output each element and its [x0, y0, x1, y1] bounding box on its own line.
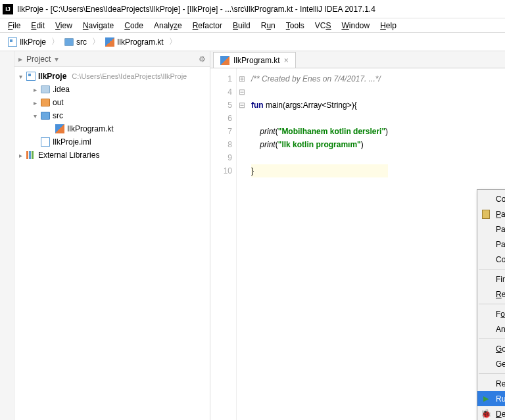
dropdown-icon[interactable]: ▾: [55, 55, 59, 64]
tree-idea[interactable]: ▸ .idea: [14, 83, 210, 96]
ctx-paste-history[interactable]: Paste from History... Ctrl+Shift+V: [477, 222, 505, 237]
editor-area: IlkProgram.kt × 1 4 5 6 7 8 9 10 ⊞ ⊟ ⊟: [210, 51, 505, 420]
breadcrumb-project[interactable]: IlkProje: [4, 36, 50, 48]
menu-tools[interactable]: Tools: [281, 20, 310, 32]
project-tool-title: Project: [26, 55, 51, 64]
tree-label: IlkProgram.kt: [67, 124, 114, 133]
breadcrumb-separator: 〉: [169, 36, 177, 47]
project-sidebar: ▸ Project ▾ ⚙ ▾ IlkProje C:\Users\Enes\I…: [0, 51, 210, 420]
menu-separator: [479, 373, 505, 374]
ctx-column-mode[interactable]: Column Selection Mode Alt+Shift+Insert: [477, 252, 505, 267]
close-icon[interactable]: ×: [284, 56, 289, 65]
tree-out[interactable]: ▸ out: [14, 96, 210, 109]
tree-label: External Libraries: [38, 151, 99, 160]
breadcrumb-label: src: [76, 37, 87, 47]
ctx-analyze[interactable]: Analyze ▶: [477, 321, 505, 337]
app-icon: IJ: [3, 4, 13, 14]
window-titlebar: IJ IlkProje - [C:\Users\Enes\IdeaProject…: [0, 0, 505, 18]
module-icon: [26, 72, 36, 81]
ctx-paste-simple[interactable]: Paste Simple Ctrl+Alt+Shift+V: [477, 237, 505, 252]
menu-run[interactable]: Run: [256, 20, 281, 32]
breadcrumb-separator: 〉: [51, 36, 59, 47]
breadcrumb-label: IlkProje: [20, 37, 46, 47]
project-tree: ▾ IlkProje C:\Users\Enes\IdeaProjects\Il…: [14, 67, 210, 164]
expand-icon[interactable]: ▾: [32, 112, 38, 120]
menu-vcs[interactable]: VCS: [310, 20, 337, 32]
menu-refactor[interactable]: Refactor: [187, 20, 228, 32]
folder-icon: [64, 38, 74, 46]
menu-build[interactable]: Build: [228, 20, 256, 32]
ctx-goto[interactable]: Go To ▶: [477, 341, 505, 356]
tree-root[interactable]: ▾ IlkProje C:\Users\Enes\IdeaProjects\Il…: [14, 70, 210, 83]
line-gutter: 1 4 5 6 7 8 9 10: [210, 68, 237, 420]
fold-gutter: ⊞ ⊟ ⊟: [237, 68, 247, 420]
ctx-copy-reference[interactable]: Copy Reference Ctrl+Alt+Shift+C: [477, 191, 505, 206]
breadcrumbs-bar: IlkProje 〉 src 〉 IlkProgram.kt 〉: [0, 33, 505, 51]
main-area: ▸ Project ▾ ⚙ ▾ IlkProje C:\Users\Enes\I…: [0, 51, 505, 420]
tree-label: IlkProje.iml: [53, 137, 91, 147]
breadcrumb-file[interactable]: IlkProgram.kt: [101, 36, 168, 48]
gear-icon[interactable]: ⚙: [199, 55, 206, 64]
tree-file-kt[interactable]: IlkProgram.kt: [14, 122, 210, 135]
kotlin-file-icon: [220, 56, 229, 65]
expand-icon[interactable]: ▾: [17, 73, 24, 80]
menu-separator: [479, 304, 505, 304]
tree-label: out: [53, 98, 64, 107]
ctx-debug[interactable]: 🐞 Debug 'IlkProgramKt': [477, 406, 505, 420]
breadcrumb-label: IlkProgram.kt: [117, 37, 164, 47]
ctx-recompile[interactable]: Recompile 'IlkProgram.kt' Ctrl+Shift+F9: [477, 376, 505, 391]
window-title: IlkProje - [C:\Users\Enes\IdeaProjects\I…: [17, 5, 375, 14]
folder-icon: [41, 85, 50, 93]
menu-view[interactable]: View: [50, 20, 78, 32]
run-icon: ▶: [481, 394, 491, 404]
ctx-refactor[interactable]: Refactor ▶: [477, 287, 505, 302]
ctx-folding[interactable]: Folding ▶: [477, 306, 505, 321]
tree-external-libs[interactable]: ▸ External Libraries: [14, 149, 210, 162]
menu-analyze[interactable]: Analyze: [149, 20, 187, 32]
library-icon: [26, 151, 36, 160]
tree-file-iml[interactable]: IlkProje.iml: [14, 135, 210, 149]
menu-file[interactable]: File: [3, 20, 26, 32]
editor-tab-label: IlkProgram.kt: [233, 56, 280, 65]
tree-src[interactable]: ▾ src: [14, 109, 210, 122]
ctx-find-usages[interactable]: Find Usages Alt+F7: [477, 271, 505, 287]
tree-path: C:\Users\Enes\IdeaProjects\IlkProje: [72, 72, 187, 80]
menu-help[interactable]: Help: [375, 20, 402, 32]
ctx-paste[interactable]: Paste Ctrl+V: [477, 206, 505, 222]
menu-navigate[interactable]: Navigate: [78, 20, 119, 32]
collapse-icon[interactable]: ▸: [18, 55, 22, 64]
debug-icon: 🐞: [481, 409, 491, 419]
expand-icon[interactable]: ▸: [32, 99, 38, 106]
kotlin-file-icon: [105, 37, 114, 47]
code-editor[interactable]: 1 4 5 6 7 8 9 10 ⊞ ⊟ ⊟ /** Created by En…: [210, 68, 505, 420]
kotlin-file-icon: [55, 124, 64, 133]
ctx-generate[interactable]: Generate... Alt+Insert: [477, 356, 505, 371]
expand-icon[interactable]: ▸: [17, 152, 24, 159]
iml-file-icon: [41, 137, 50, 147]
expand-icon[interactable]: ▸: [32, 86, 38, 93]
menu-separator: [479, 338, 505, 339]
project-tool-header[interactable]: ▸ Project ▾ ⚙: [14, 51, 210, 67]
menu-window[interactable]: Window: [336, 20, 375, 32]
editor-tab[interactable]: IlkProgram.kt ×: [213, 52, 296, 68]
fold-icon[interactable]: ⊟: [237, 99, 247, 112]
folder-icon: [41, 112, 50, 120]
sidebar-gutter: [0, 51, 14, 420]
menu-separator: [479, 269, 505, 269]
fold-icon[interactable]: ⊞: [237, 72, 247, 85]
tree-label: .idea: [53, 85, 70, 94]
breadcrumb-separator: 〉: [92, 36, 100, 47]
paste-icon: [482, 210, 490, 219]
breadcrumb-src[interactable]: src: [60, 36, 91, 48]
tree-label: IlkProje: [38, 72, 66, 81]
tree-label: src: [53, 111, 63, 120]
ctx-run[interactable]: ▶ Run 'IlkProgramKt' Ctrl+Shift+F10: [477, 391, 505, 406]
code-content[interactable]: /** Created by Enes on 7/4/2017. ...*/ f…: [247, 68, 388, 420]
menubar: File Edit View Navigate Code Analyze Ref…: [0, 18, 505, 33]
editor-tabs: IlkProgram.kt ×: [210, 51, 505, 68]
context-menu: Copy Reference Ctrl+Alt+Shift+C Paste Ct…: [477, 189, 505, 420]
menu-code[interactable]: Code: [119, 20, 149, 32]
fold-icon[interactable]: ⊟: [237, 85, 247, 99]
menu-edit[interactable]: Edit: [26, 20, 50, 32]
folder-icon: [41, 99, 50, 106]
